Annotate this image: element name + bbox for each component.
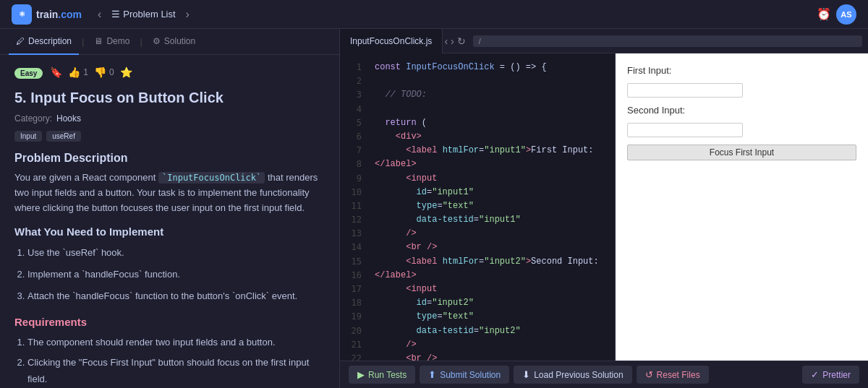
- description-text: You are given a React component `InputFo…: [14, 171, 325, 215]
- filename-label: InputFocusOnClick.js: [350, 36, 432, 46]
- code-line-4: [375, 103, 606, 116]
- bookmark-action-icon[interactable]: 🔖: [50, 66, 62, 78]
- editor-topbar: InputFocusOnClick.js ‹ › ↻ /: [340, 29, 868, 53]
- tag-input: Input: [14, 131, 42, 142]
- go-back-button[interactable]: ‹: [443, 34, 449, 48]
- bottom-bar: ▶ Run Tests ⬆ Submit Solution ⬇ Load Pre…: [340, 361, 868, 388]
- list-icon: ☰: [111, 9, 120, 20]
- tab-description[interactable]: 🖊 Description: [9, 29, 79, 55]
- preview-input-2[interactable]: [627, 123, 743, 137]
- load-icon: ⬇: [522, 369, 530, 380]
- requirements-list: The component should render two input fi…: [14, 334, 325, 388]
- upvote-count: 1: [83, 67, 88, 77]
- problem-title: 5. Input Focus on Button Click: [14, 90, 325, 106]
- req-1: The component should render two input fi…: [27, 334, 325, 350]
- line-numbers: 12345 678910 1112131415 1617181920 21222…: [340, 53, 366, 361]
- tab-demo-label: Demo: [106, 36, 129, 46]
- thumbs-up-icon[interactable]: 👍: [68, 66, 80, 78]
- category-value: Hooks: [56, 113, 81, 124]
- code-line-14: <label htmlFor="input2">Second Input:</l…: [375, 255, 606, 283]
- reset-files-button[interactable]: ↺ Reset Files: [637, 366, 709, 384]
- problem-content: Easy 🔖 👍 1 👎 0 ⭐ 5. Input Focus on B: [0, 55, 339, 388]
- reset-files-label: Reset Files: [657, 370, 700, 380]
- code-line-13: <br />: [375, 241, 606, 254]
- logo: ⚛ train.com: [12, 4, 82, 25]
- avatar: AS: [836, 4, 856, 25]
- step-3: Attach the `handleFocus` function to the…: [27, 287, 325, 306]
- load-previous-button[interactable]: ⬇ Load Previous Solution: [514, 366, 631, 384]
- main-layout: 🖊 Description | 🖥 Demo | ⚙ Solution Easy…: [0, 29, 868, 388]
- code-line-19: />: [375, 338, 606, 352]
- code-line-17: type="text": [375, 310, 606, 324]
- code-line-2: [375, 74, 606, 88]
- next-button[interactable]: ›: [182, 5, 194, 24]
- prettier-label: Prettier: [822, 370, 851, 380]
- problem-title-text: Input Focus on Button Click: [30, 90, 224, 105]
- tab-demo[interactable]: 🖥 Demo: [87, 29, 137, 55]
- editor-path: /: [473, 35, 862, 47]
- run-icon: ▶: [357, 369, 365, 380]
- steps-list: Use the `useRef` hook. Implement a `hand…: [14, 243, 325, 306]
- submit-icon: ⬆: [428, 369, 436, 380]
- path-text: /: [479, 37, 481, 46]
- file-tab[interactable]: InputFocusOnClick.js: [340, 29, 443, 53]
- right-panel: InputFocusOnClick.js ‹ › ↻ / 12345 67891…: [340, 29, 868, 388]
- code-line-12: />: [375, 227, 606, 241]
- code-line-3: // TODO:: [375, 88, 606, 102]
- check-icon: ✓: [811, 369, 819, 380]
- step-2: Implement a `handleFocus` function.: [27, 265, 325, 284]
- solution-icon: ⚙: [153, 36, 161, 46]
- go-forward-button[interactable]: ›: [449, 34, 456, 48]
- preview-focus-button[interactable]: Focus First Input: [627, 145, 856, 160]
- prev-button[interactable]: ‹: [93, 5, 106, 24]
- code-editor[interactable]: const InputFocusOnClick = () => { // TOD…: [366, 53, 615, 361]
- downvote-group: 👎 0: [94, 66, 114, 78]
- preview-label-1: First Input:: [627, 65, 856, 76]
- problem-actions: 🔖 👍 1 👎 0 ⭐: [50, 66, 132, 78]
- code-line-20: <br />: [375, 352, 606, 361]
- preview-label-2: Second Input:: [627, 105, 856, 116]
- code-line-18: data-testid="input2": [375, 324, 606, 338]
- problem-list-label: Problem List: [123, 9, 175, 20]
- run-tests-label: Run Tests: [368, 370, 407, 380]
- prettier-button[interactable]: ✓ Prettier: [802, 366, 859, 384]
- demo-icon: 🖥: [94, 36, 103, 46]
- req-2: Clicking the "Focus First Input" button …: [27, 354, 325, 388]
- code-line-10: type="text": [375, 199, 606, 213]
- tab-description-label: Description: [28, 36, 72, 46]
- difficulty-badge: Easy: [14, 68, 43, 79]
- tab-solution[interactable]: ⚙ Solution: [145, 29, 203, 55]
- code-line-16: id="input2": [375, 296, 606, 310]
- submit-label: Submit Solution: [440, 370, 501, 380]
- what-you-need-title: What You Need to Implement: [14, 225, 325, 238]
- timer-icon: ⏰: [817, 7, 831, 21]
- code-line-11: data-testid="input1": [375, 213, 606, 227]
- problem-list-link[interactable]: ☰ Problem List: [111, 9, 175, 20]
- preview-input-1[interactable]: [627, 83, 743, 98]
- upvote-group: 👍 1: [68, 66, 88, 78]
- top-nav: ⚛ train.com ‹ ☰ Problem List › ⏰ AS: [0, 0, 868, 29]
- downvote-count: 0: [109, 67, 114, 77]
- problem-description-title: Problem Description: [14, 152, 325, 165]
- category-label: Category:: [14, 113, 52, 124]
- reset-icon: ↺: [645, 369, 653, 380]
- code-line-6: <div>: [375, 130, 606, 144]
- requirements-title: Requirements: [14, 316, 325, 328]
- description-icon: 🖊: [16, 36, 25, 46]
- code-line-1: const InputFocusOnClick = () => {: [375, 61, 606, 74]
- thumbs-down-icon[interactable]: 👎: [94, 66, 106, 78]
- category-line: Category: Hooks: [14, 113, 325, 124]
- step-1: Use the `useRef` hook.: [27, 243, 325, 262]
- star-icon[interactable]: ⭐: [120, 66, 132, 78]
- tab-bar: 🖊 Description | 🖥 Demo | ⚙ Solution: [0, 29, 339, 55]
- tag-useref: useRef: [46, 131, 81, 142]
- nav-center: ‹ ☰ Problem List ›: [93, 5, 194, 24]
- logo-text: train.com: [36, 9, 82, 20]
- code-line-9: id="input1": [375, 186, 606, 199]
- logo-icon: ⚛: [12, 4, 32, 25]
- code-line-7: <label htmlFor="input1">First Input:</la…: [375, 144, 606, 171]
- submit-solution-button[interactable]: ⬆ Submit Solution: [420, 366, 509, 384]
- refresh-button[interactable]: ↻: [456, 34, 467, 48]
- run-tests-button[interactable]: ▶ Run Tests: [349, 366, 415, 384]
- left-panel: 🖊 Description | 🖥 Demo | ⚙ Solution Easy…: [0, 29, 340, 388]
